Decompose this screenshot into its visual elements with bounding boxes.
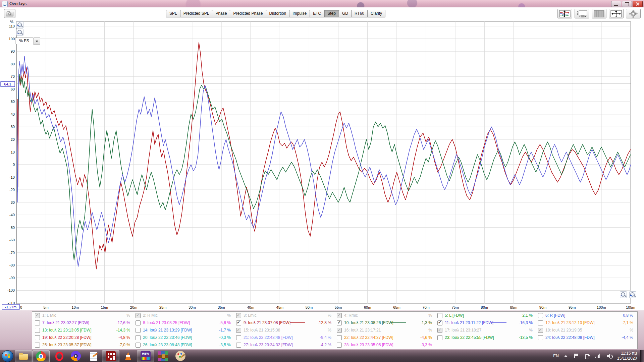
legend-checkbox[interactable] [437, 335, 442, 340]
gear-icon[interactable] [626, 9, 641, 18]
grid-icon[interactable] [592, 9, 606, 18]
legend-checkbox[interactable] [236, 320, 241, 325]
legend-checkbox[interactable] [35, 335, 40, 340]
tab-clarity[interactable]: Clarity [367, 10, 385, 17]
trace-arrows-icon[interactable] [557, 9, 572, 18]
show-desktop-button[interactable] [640, 350, 644, 362]
legend-checkbox[interactable] [337, 328, 342, 333]
legend-checkbox[interactable] [437, 320, 442, 325]
legend-checkbox[interactable] [236, 313, 241, 318]
legend-item: 20: Ιουλ 22 22:23:46 [FDW]-0,3 % [133, 334, 234, 341]
start-button[interactable] [2, 350, 13, 362]
legend-checkbox[interactable] [337, 343, 342, 348]
taskbar-app-vlc[interactable] [119, 350, 137, 362]
maximize-button[interactable] [622, 1, 632, 7]
pan-icon[interactable] [609, 9, 624, 18]
taskbar-app-paint[interactable] [172, 350, 189, 362]
x-zoom-in-icon[interactable]: + [629, 291, 636, 298]
taskbar: REW EN 11:15 πμ 15/11/2020 [0, 350, 644, 362]
legend-checkbox[interactable] [136, 320, 141, 325]
power-plug-icon[interactable] [584, 353, 590, 359]
legend-checkbox[interactable] [136, 328, 141, 333]
legend-checkbox[interactable] [538, 328, 543, 333]
legend-label: 2: R Mic [143, 313, 158, 318]
clock-time: 11:15 πμ [617, 351, 637, 356]
legend-checkbox[interactable] [437, 328, 442, 333]
svg-text:100: 100 [9, 37, 15, 41]
svg-text:65m: 65m [393, 305, 400, 309]
taskbar-app-notepad[interactable] [85, 350, 102, 362]
taskbar-app-focus-browser[interactable] [67, 350, 85, 362]
capture-graph-button[interactable] [4, 9, 15, 18]
axis-limits-icon[interactable] [575, 9, 589, 18]
tab-predicted-phase[interactable]: Predicted Phase [230, 10, 266, 17]
step-response-chart[interactable]: %1101009080706050403020100-10-20-30-40-5… [0, 19, 644, 310]
zoom-in-icon[interactable]: + [16, 21, 23, 28]
legend-checkbox[interactable] [337, 335, 342, 340]
tab-predicted-spl[interactable]: Predicted SPL [180, 10, 213, 17]
legend-checkbox[interactable] [136, 313, 141, 318]
legend-label: 21: Ιουλ 22 22:43:48 [FDW] [244, 335, 293, 340]
action-center-flag-icon[interactable] [574, 353, 579, 359]
legend-checkbox[interactable] [35, 328, 40, 333]
legend-value: % [529, 328, 533, 333]
language-indicator[interactable]: EN [553, 354, 559, 358]
svg-text:-30: -30 [9, 200, 15, 204]
legend-checkbox[interactable] [136, 335, 141, 340]
taskbar-app-explorer[interactable] [15, 350, 32, 362]
legend-checkbox[interactable] [337, 320, 342, 325]
legend-checkbox[interactable] [35, 343, 40, 348]
close-button[interactable] [633, 1, 643, 7]
tab-step[interactable]: Step [324, 10, 339, 17]
taskbar-app-chrome[interactable] [32, 350, 50, 362]
tab-etc[interactable]: ETC [310, 10, 324, 17]
hidden-icons-chevron-icon[interactable] [564, 355, 568, 357]
legend-checkbox[interactable] [538, 313, 543, 318]
legend-label: 4: Rmic [344, 313, 358, 318]
legend-checkbox[interactable] [236, 328, 241, 333]
trace-color-swatch [491, 322, 506, 323]
svg-text:10: 10 [11, 150, 15, 154]
chevron-down-icon[interactable] [34, 38, 40, 45]
tab-gd[interactable]: GD [339, 10, 352, 17]
taskbar-app-redgrid-app[interactable] [102, 350, 119, 362]
legend-checkbox[interactable] [337, 313, 342, 318]
svg-text:-100: -100 [7, 288, 15, 292]
tab-phase[interactable]: Phase [212, 10, 230, 17]
legend-item: 16: Ιουλ 21 23:17:21% [335, 326, 435, 334]
tab-spl[interactable]: SPL [166, 10, 180, 17]
taskbar-app-winrar[interactable] [154, 350, 172, 362]
legend-checkbox[interactable] [437, 313, 442, 318]
network-signal-icon[interactable] [595, 353, 601, 359]
taskbar-app-rew[interactable]: REW [137, 350, 154, 362]
svg-text:60m: 60m [364, 305, 371, 309]
minimize-button[interactable] [611, 1, 621, 7]
legend-checkbox[interactable] [538, 320, 543, 325]
paint-icon [175, 351, 185, 361]
legend-value: -3,5 % [219, 343, 231, 347]
window-titlebar: Overlays [0, 0, 644, 8]
legend-checkbox[interactable] [136, 343, 141, 348]
legend-checkbox[interactable] [538, 335, 543, 340]
winrar-icon [158, 351, 168, 361]
clock[interactable]: 11:15 πμ 15/11/2020 [617, 351, 637, 361]
volume-icon[interactable] [606, 353, 612, 359]
legend-value: -4,4 % [622, 335, 633, 340]
legend-checkbox[interactable] [35, 313, 40, 318]
legend-item: 23: Ιουλ 22 22:45:55 [FDW]-13,5 % [435, 334, 536, 341]
x-zoom-out-icon[interactable]: − [620, 291, 627, 298]
legend-checkbox[interactable] [236, 335, 241, 340]
legend-value: -1,7 % [219, 328, 231, 333]
tab-distortion[interactable]: Distortion [266, 10, 290, 17]
zoom-out-icon[interactable]: − [16, 29, 23, 36]
taskbar-app-opera[interactable] [50, 350, 67, 362]
legend-value: -7,0 % [118, 343, 130, 347]
svg-text:64,1: 64,1 [4, 82, 11, 86]
y-unit-value[interactable]: % FS [15, 38, 33, 44]
tab-impulse[interactable]: Impulse [289, 10, 310, 17]
legend-item: 21: Ιουλ 22 22:43:48 [FDW]-9,4 % [234, 334, 335, 341]
y-unit-dropdown[interactable]: % FS [15, 38, 40, 44]
legend-checkbox[interactable] [35, 320, 40, 325]
tab-rt60[interactable]: RT60 [351, 10, 368, 17]
legend-checkbox[interactable] [236, 343, 241, 348]
